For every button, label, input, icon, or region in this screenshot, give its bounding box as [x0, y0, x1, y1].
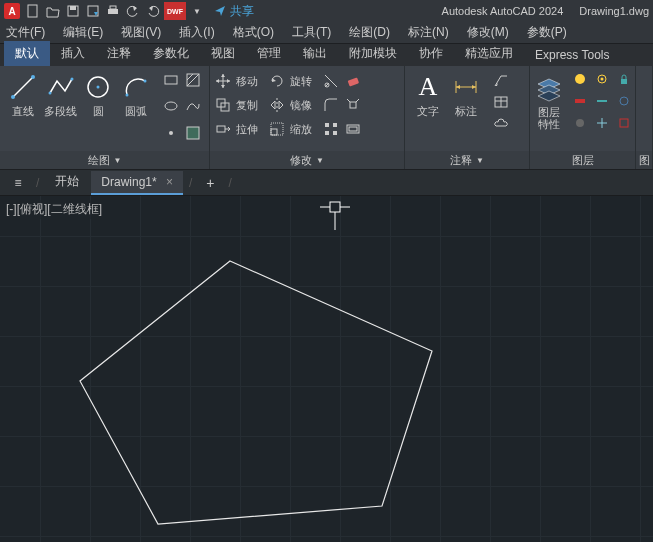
- layer-state-icon[interactable]: [614, 113, 634, 133]
- circle-button[interactable]: 圆: [82, 70, 116, 147]
- app-logo[interactable]: A: [4, 3, 20, 19]
- menu-icon[interactable]: ≡: [6, 173, 30, 193]
- region-icon[interactable]: [183, 123, 203, 143]
- tab-manage[interactable]: 管理: [246, 41, 292, 66]
- move-label[interactable]: 移动: [236, 74, 264, 89]
- cloud-icon[interactable]: [491, 114, 511, 134]
- panel-annotate-title[interactable]: 注释 ▼: [405, 151, 529, 169]
- tab-view[interactable]: 视图: [200, 41, 246, 66]
- saveas-icon[interactable]: [84, 2, 102, 20]
- menu-draw[interactable]: 绘图(D): [349, 24, 390, 41]
- fillet-icon[interactable]: [322, 96, 340, 114]
- menu-modify[interactable]: 修改(M): [467, 24, 509, 41]
- menu-view[interactable]: 视图(V): [121, 24, 161, 41]
- save-icon[interactable]: [64, 2, 82, 20]
- share-button[interactable]: 共享: [214, 3, 254, 20]
- drawing-canvas[interactable]: [-][俯视][二维线框]: [0, 196, 653, 542]
- svg-line-28: [356, 99, 359, 102]
- move-icon[interactable]: [214, 72, 232, 90]
- line-label: 直线: [12, 104, 34, 119]
- dwf-icon[interactable]: DWF: [164, 2, 186, 20]
- dim-button[interactable]: 标注: [449, 70, 483, 147]
- menu-format[interactable]: 格式(O): [233, 24, 274, 41]
- share-label: 共享: [230, 3, 254, 20]
- tab-express[interactable]: Express Tools: [524, 44, 620, 66]
- panel-draw-title[interactable]: 绘图 ▼: [0, 151, 209, 169]
- dropdown-icon[interactable]: ▼: [188, 2, 206, 20]
- scale-label[interactable]: 缩放: [290, 122, 318, 137]
- tab-parametric[interactable]: 参数化: [142, 41, 200, 66]
- tab-annotate[interactable]: 注释: [96, 41, 142, 66]
- layer-on-icon[interactable]: [570, 69, 590, 89]
- array-icon[interactable]: [322, 120, 340, 138]
- svg-line-18: [187, 74, 199, 86]
- stretch-icon[interactable]: [214, 120, 232, 138]
- menu-file[interactable]: 文件(F): [6, 24, 45, 41]
- rect-icon[interactable]: [161, 70, 181, 90]
- mirror-icon[interactable]: [268, 96, 286, 114]
- menu-dim[interactable]: 标注(N): [408, 24, 449, 41]
- redo-icon[interactable]: [144, 2, 162, 20]
- polyline-button[interactable]: 多段线: [44, 70, 78, 147]
- polyline-label: 多段线: [44, 104, 77, 119]
- ellipse-icon[interactable]: [161, 96, 181, 116]
- layer-iso-icon[interactable]: [570, 91, 590, 111]
- circle-icon: [83, 72, 113, 102]
- table-icon[interactable]: [491, 92, 511, 112]
- menu-edit[interactable]: 编辑(E): [63, 24, 103, 41]
- layer-off-icon[interactable]: [570, 113, 590, 133]
- svg-rect-21: [187, 127, 199, 139]
- tab-collab[interactable]: 协作: [408, 41, 454, 66]
- text-button[interactable]: A 文字: [411, 70, 445, 147]
- layer-match-icon[interactable]: [592, 91, 612, 111]
- erase-icon[interactable]: [344, 72, 362, 90]
- menu-tools[interactable]: 工具(T): [292, 24, 331, 41]
- panel-modify-title[interactable]: 修改 ▼: [210, 151, 404, 169]
- explode-icon[interactable]: [344, 96, 362, 114]
- arc-button[interactable]: 圆弧: [119, 70, 153, 147]
- tab-drawing[interactable]: Drawing1* ×: [91, 171, 183, 195]
- doc-title: Drawing1.dwg: [579, 5, 649, 17]
- tab-output[interactable]: 输出: [292, 41, 338, 66]
- close-icon[interactable]: ×: [166, 175, 173, 189]
- spline-icon[interactable]: [183, 96, 203, 116]
- text-icon: A: [413, 72, 443, 102]
- tab-featured[interactable]: 精选应用: [454, 41, 524, 66]
- svg-point-7: [11, 95, 15, 99]
- copy-icon[interactable]: [214, 96, 232, 114]
- copy-label[interactable]: 复制: [236, 98, 264, 113]
- layer-prev-icon[interactable]: [614, 91, 634, 111]
- layer-thaw-icon[interactable]: [592, 113, 612, 133]
- point-icon[interactable]: [161, 123, 181, 143]
- open-icon[interactable]: [44, 2, 62, 20]
- leader-icon[interactable]: [491, 70, 511, 90]
- tab-default[interactable]: 默认: [4, 41, 50, 66]
- rotate-label[interactable]: 旋转: [290, 74, 318, 89]
- draw-mini-tools: [161, 70, 203, 147]
- line-button[interactable]: 直线: [6, 70, 40, 147]
- mirror-label[interactable]: 镜像: [290, 98, 318, 113]
- new-icon[interactable]: [24, 2, 42, 20]
- panel-other-title[interactable]: 图: [636, 151, 652, 169]
- layer-lock-icon[interactable]: [614, 69, 634, 89]
- app-title: Autodesk AutoCAD 2024: [442, 5, 564, 17]
- svg-rect-34: [325, 131, 329, 135]
- print-icon[interactable]: [104, 2, 122, 20]
- layer-props-button[interactable]: 图层 特性: [534, 72, 564, 130]
- hatch-icon[interactable]: [183, 70, 203, 90]
- rotate-icon[interactable]: [268, 72, 286, 90]
- layer-freeze-icon[interactable]: [592, 69, 612, 89]
- offset-icon[interactable]: [344, 120, 362, 138]
- panel-layers-title[interactable]: 图层: [530, 151, 635, 169]
- tab-insert[interactable]: 插入: [50, 41, 96, 66]
- stretch-label[interactable]: 拉伸: [236, 122, 264, 137]
- svg-point-12: [97, 86, 100, 89]
- tab-addins[interactable]: 附加模块: [338, 41, 408, 66]
- trim-icon[interactable]: [322, 72, 340, 90]
- new-tab-button[interactable]: +: [198, 173, 222, 193]
- undo-icon[interactable]: [124, 2, 142, 20]
- scale-icon[interactable]: [268, 120, 286, 138]
- menu-insert[interactable]: 插入(I): [179, 24, 214, 41]
- tab-start[interactable]: 开始: [45, 169, 89, 196]
- menu-param[interactable]: 参数(P): [527, 24, 567, 41]
